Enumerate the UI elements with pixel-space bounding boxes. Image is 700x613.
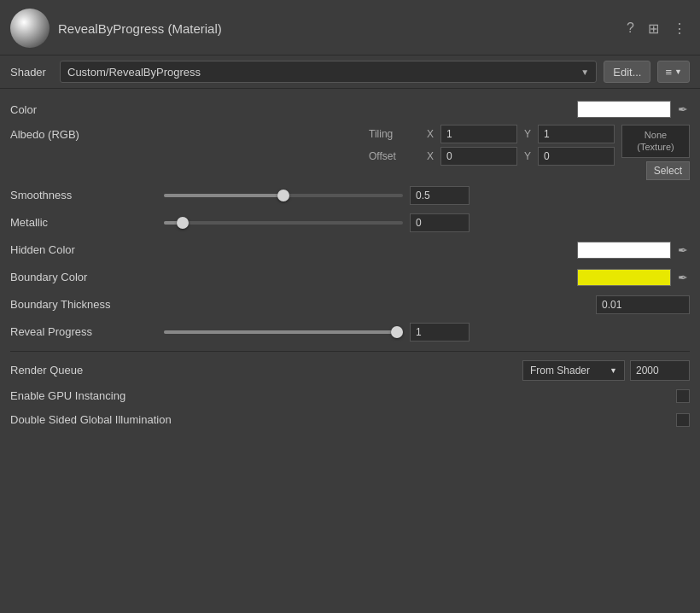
tiling-sub-label: Tiling (369, 128, 420, 140)
reveal-track[interactable] (164, 330, 403, 334)
metallic-thumb[interactable] (177, 217, 189, 229)
offset-y-label: Y (521, 150, 534, 162)
reveal-slider-container (164, 323, 690, 342)
color-swatch[interactable] (577, 101, 671, 118)
color-row: Color ✒ (10, 96, 690, 123)
offset-x-label: X (423, 150, 437, 162)
sliders-icon-btn[interactable]: ⊞ (645, 19, 662, 38)
header-icon-group: ? ⊞ ⋮ (623, 19, 690, 38)
offset-x-input[interactable] (440, 147, 517, 166)
albedo-controls: Tiling X Y Offset X Y (164, 125, 690, 180)
divider-1 (10, 351, 690, 352)
metallic-label: Metallic (10, 216, 164, 229)
list-dropdown-arrow: ▼ (674, 67, 682, 76)
properties-panel: Color ✒ Albedo (RGB) Tiling X Y (0, 89, 700, 439)
double-sided-checkbox[interactable] (676, 413, 690, 427)
queue-mode-value: From Shader (530, 365, 590, 377)
tiling-row: Tiling X Y (369, 125, 615, 143)
eyedropper-icon: ✒ (678, 102, 688, 116)
chevron-down-icon: ▼ (580, 67, 589, 77)
boundary-color-swatch[interactable] (577, 269, 671, 286)
reveal-progress-label: Reveal Progress (10, 325, 164, 338)
material-header: RevealByProgress (Material) ? ⊞ ⋮ (0, 0, 700, 55)
metallic-value-input[interactable] (410, 213, 470, 232)
material-title: RevealByProgress (Material) (58, 21, 615, 36)
smoothness-label: Smoothness (10, 189, 164, 201)
shader-label: Shader (10, 66, 53, 79)
gpu-instancing-checkbox[interactable] (676, 389, 690, 403)
eyedropper-icon-2: ✒ (678, 243, 688, 257)
render-queue-dropdown[interactable]: From Shader ▼ (522, 360, 625, 381)
double-sided-row: Double Sided Global Illumination (10, 408, 690, 432)
metallic-slider-container (164, 213, 690, 232)
eyedropper-icon-3: ✒ (678, 271, 688, 284)
hidden-color-row: Hidden Color ✒ (10, 236, 690, 264)
tiling-offset-inputs: Tiling X Y Offset X Y (369, 125, 615, 166)
smoothness-row: Smoothness (10, 182, 690, 209)
boundary-thickness-row: Boundary Thickness (10, 291, 690, 318)
hidden-color-swatch[interactable] (577, 242, 671, 259)
boundary-color-row: Boundary Color ✒ (10, 264, 690, 291)
color-label: Color (10, 103, 164, 116)
render-queue-row: Render Queue From Shader ▼ (10, 357, 690, 384)
hidden-color-control: ✒ (164, 242, 690, 259)
double-sided-label: Double Sided Global Illumination (10, 413, 676, 426)
smoothness-fill (164, 194, 283, 197)
offset-y-input[interactable] (538, 147, 615, 166)
metallic-track[interactable] (164, 221, 403, 225)
boundary-thickness-input[interactable] (596, 295, 690, 314)
albedo-texture-row: Tiling X Y Offset X Y (369, 125, 690, 180)
shader-row: Shader Custom/RevealByProgress ▼ Edit...… (0, 55, 700, 89)
reveal-progress-row: Reveal Progress (10, 318, 690, 346)
color-eyedropper-btn[interactable]: ✒ (676, 101, 690, 118)
metallic-row: Metallic (10, 209, 690, 236)
render-queue-control: From Shader ▼ (164, 360, 690, 381)
material-preview-sphere (10, 9, 50, 48)
boundary-color-eyedropper-btn[interactable]: ✒ (676, 269, 690, 286)
smoothness-track[interactable] (164, 194, 403, 197)
smoothness-thumb[interactable] (277, 190, 289, 201)
list-icon: ≡ (665, 66, 672, 79)
select-button[interactable]: Select (646, 161, 690, 180)
offset-row: Offset X Y (369, 147, 615, 166)
offset-sub-label: Offset (369, 150, 420, 162)
tiling-x-label: X (423, 128, 437, 140)
tiling-y-label: Y (521, 128, 534, 140)
sliders-icon: ⊞ (648, 21, 659, 36)
shader-value: Custom/RevealByProgress (67, 66, 201, 79)
albedo-label: Albedo (RGB) (10, 125, 164, 141)
render-queue-label: Render Queue (10, 364, 164, 377)
boundary-thickness-label: Boundary Thickness (10, 298, 164, 311)
gpu-instancing-row: Enable GPU Instancing (10, 384, 690, 408)
tiling-x-input[interactable] (440, 125, 517, 143)
smoothness-slider-container (164, 186, 690, 205)
render-queue-value-input[interactable] (630, 360, 690, 381)
smoothness-value-input[interactable] (410, 186, 470, 205)
help-icon-btn[interactable]: ? (623, 19, 638, 38)
gpu-instancing-label: Enable GPU Instancing (10, 389, 676, 402)
hidden-color-label: Hidden Color (10, 243, 164, 256)
reveal-value-input[interactable] (410, 323, 470, 342)
boundary-color-control: ✒ (164, 269, 690, 286)
texture-select-col: None (Texture) Select (621, 125, 690, 180)
albedo-section: Albedo (RGB) Tiling X Y Offset (10, 123, 690, 182)
tiling-y-input[interactable] (538, 125, 615, 143)
more-icon: ⋮ (673, 21, 686, 36)
boundary-color-label: Boundary Color (10, 271, 164, 283)
queue-arrow-icon: ▼ (610, 366, 617, 375)
reveal-thumb[interactable] (391, 326, 403, 338)
shader-dropdown[interactable]: Custom/RevealByProgress ▼ (60, 61, 597, 83)
boundary-thickness-control (164, 295, 690, 314)
texture-box[interactable]: None (Texture) (621, 125, 690, 158)
edit-button[interactable]: Edit... (604, 61, 650, 83)
texture-label: None (Texture) (637, 129, 674, 154)
color-control: ✒ (164, 101, 690, 118)
more-icon-btn[interactable]: ⋮ (669, 19, 690, 38)
list-dropdown-btn[interactable]: ≡ ▼ (657, 61, 690, 83)
question-icon: ? (627, 20, 634, 35)
reveal-fill (164, 330, 403, 334)
hidden-color-eyedropper-btn[interactable]: ✒ (676, 242, 690, 259)
